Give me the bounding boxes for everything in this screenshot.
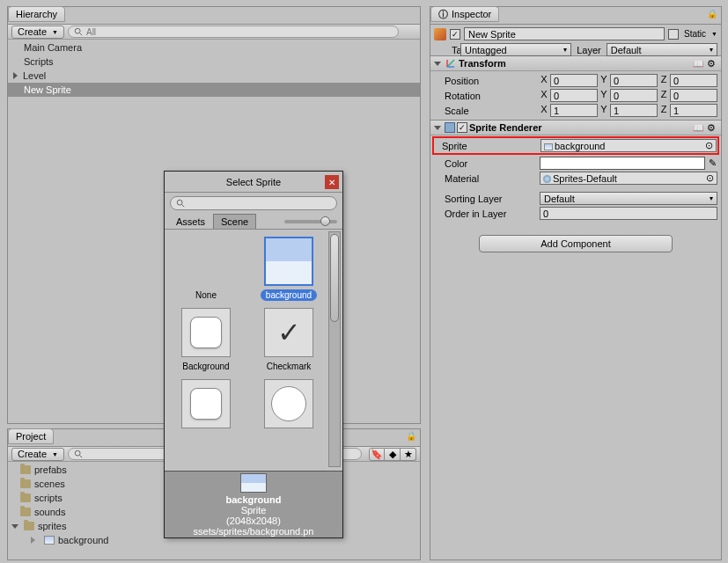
hierarchy-tab-label: Hierarchy <box>16 9 57 19</box>
hierarchy-tab[interactable]: Hierarchy <box>8 6 65 22</box>
help-icon[interactable]: 📖 <box>693 59 703 69</box>
grid-item[interactable] <box>168 379 244 434</box>
position-z-input[interactable]: 0 <box>670 74 717 87</box>
hierarchy-create-button[interactable]: Create ▼ <box>11 26 64 39</box>
sprite-renderer-icon <box>445 122 455 133</box>
lock-icon[interactable]: 🔒 <box>406 431 416 441</box>
material-object-field[interactable]: Sprites-Default⊙ <box>540 172 717 185</box>
inspector-tab-label: Inspector <box>452 9 491 19</box>
grid-item-selected[interactable]: background <box>251 237 327 301</box>
footer-dims: (2048x2048) <box>226 515 281 526</box>
scrollbar[interactable] <box>328 231 341 467</box>
search-icon <box>74 27 83 36</box>
hierarchy-item[interactable]: Scripts <box>8 55 420 69</box>
hierarchy-item-selected[interactable]: New Sprite <box>8 83 420 97</box>
project-tab-label: Project <box>16 431 46 442</box>
inspector-tab[interactable]: ⓘ Inspector <box>430 6 499 22</box>
help-icon[interactable]: 📖 <box>693 123 703 133</box>
thumb <box>181 379 231 428</box>
scale-x-input[interactable]: 1 <box>550 104 598 117</box>
sprite-renderer-header[interactable]: ✓ Sprite Renderer 📖 ⚙ <box>430 121 721 135</box>
expand-icon[interactable] <box>13 72 18 79</box>
inspector-panel: ⓘ Inspector 🔒 ▾ ✓ New Sprite Static ▼ Ta… <box>430 6 722 560</box>
rotation-z-input[interactable]: 0 <box>670 89 717 102</box>
sprite-object-field[interactable]: background⊙ <box>540 139 717 152</box>
footer-type: Sprite <box>241 505 267 515</box>
active-checkbox[interactable]: ✓ <box>450 29 460 40</box>
collapse-icon[interactable] <box>434 62 441 66</box>
object-picker-icon[interactable]: ⊙ <box>706 172 714 184</box>
object-picker-icon[interactable]: ⊙ <box>705 140 713 151</box>
grid-item[interactable]: Background <box>168 308 244 372</box>
static-checkbox[interactable] <box>668 29 679 40</box>
rotation-label: Rotation <box>434 91 538 101</box>
static-dropdown-icon[interactable]: ▼ <box>711 31 717 37</box>
transform-icon <box>445 57 457 69</box>
collapse-icon[interactable] <box>434 126 441 130</box>
position-label: Position <box>434 76 538 86</box>
sorting-layer-dropdown[interactable]: Default▾ <box>540 192 717 205</box>
popup-search-input[interactable] <box>170 196 337 210</box>
thumbnail-size-slider[interactable] <box>284 220 337 223</box>
svg-line-1 <box>80 33 83 36</box>
gameobject-icon[interactable] <box>434 28 446 40</box>
filter-icon-button[interactable]: 🔖 <box>369 448 385 461</box>
inspector-header: ✓ New Sprite Static ▼ Tag Untagged▾ Laye… <box>430 24 721 55</box>
popup-tabs: Assets Scene <box>165 214 342 230</box>
color-field[interactable] <box>540 157 705 170</box>
scale-y-input[interactable]: 1 <box>610 104 658 117</box>
add-component-button[interactable]: Add Component <box>479 235 673 252</box>
popup-title-label: Select Sprite <box>226 177 281 187</box>
folder-icon <box>24 522 34 530</box>
grid-item[interactable] <box>251 379 327 434</box>
none-thumb <box>181 237 231 286</box>
order-input[interactable]: 0 <box>540 207 717 220</box>
hierarchy-search-input[interactable]: All <box>68 26 399 38</box>
tab-scene[interactable]: Scene <box>213 214 256 229</box>
transform-header[interactable]: Transform 📖 ⚙ <box>430 56 721 71</box>
slider-thumb[interactable] <box>320 216 330 226</box>
chevron-down-icon: ▾ <box>563 46 567 54</box>
object-name-input[interactable]: New Sprite <box>464 27 665 40</box>
scale-z-input[interactable]: 1 <box>670 104 717 117</box>
chevron-down-icon: ▾ <box>710 194 713 202</box>
star-icon-button[interactable]: ★ <box>401 448 416 461</box>
scrollbar-thumb[interactable] <box>330 234 339 322</box>
lock-icon[interactable]: 🔒 <box>707 9 717 18</box>
enable-checkbox[interactable]: ✓ <box>457 122 467 133</box>
hierarchy-item[interactable]: Main Camera <box>8 40 420 55</box>
gear-icon[interactable]: ⚙ <box>705 121 717 134</box>
grid-item[interactable]: ✓Checkmark <box>251 308 327 372</box>
tag-dropdown[interactable]: Untagged▾ <box>460 43 571 56</box>
type-icon-button[interactable]: ◆ <box>385 448 401 461</box>
footer-path: ssets/sprites/background.pn <box>194 526 314 537</box>
color-label: Color <box>434 158 538 169</box>
rotation-x-input[interactable]: 0 <box>550 89 598 102</box>
layer-label: Layer <box>573 45 605 55</box>
collapse-icon[interactable] <box>11 524 18 529</box>
position-x-input[interactable]: 0 <box>550 74 598 87</box>
grid-item-none[interactable]: None <box>168 237 244 301</box>
layer-dropdown[interactable]: Default▾ <box>607 43 717 56</box>
position-y-input[interactable]: 0 <box>610 74 658 87</box>
close-button[interactable]: ✕ <box>325 175 339 189</box>
chevron-down-icon: ▼ <box>52 29 58 35</box>
folder-icon <box>20 494 31 502</box>
tag-label: Tag <box>434 45 459 55</box>
rotation-y-input[interactable]: 0 <box>610 89 658 102</box>
tab-assets[interactable]: Assets <box>168 214 213 230</box>
eyedropper-icon[interactable]: ✎ <box>707 157 717 169</box>
order-label: Order in Layer <box>434 208 538 219</box>
popup-titlebar[interactable]: Select Sprite ✕ <box>165 172 342 193</box>
gear-icon[interactable]: ⚙ <box>705 57 717 69</box>
static-label: Static <box>682 29 708 39</box>
popup-grid: None background Background ✓Checkmark <box>165 230 342 469</box>
expand-icon[interactable] <box>31 537 35 544</box>
project-tab[interactable]: Project <box>8 428 54 444</box>
svg-line-4 <box>447 60 454 67</box>
hierarchy-item[interactable]: Level <box>8 69 420 83</box>
sprite-icon <box>44 536 55 545</box>
thumb <box>264 379 313 428</box>
project-create-button[interactable]: Create ▼ <box>11 448 64 461</box>
folder-icon <box>20 465 31 474</box>
